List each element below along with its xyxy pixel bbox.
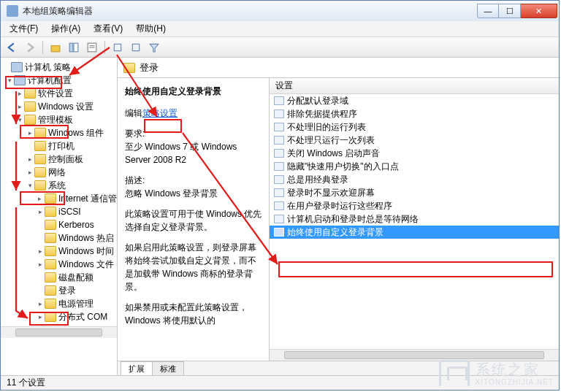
list-item[interactable]: 计算机启动和登录时总是等待网络 [270, 212, 559, 226]
show-tree-button[interactable] [66, 39, 82, 55]
list-item-label: 始终使用自定义登录背景 [287, 226, 383, 239]
policy-icon [274, 109, 284, 118]
list-item-label: 关闭 Windows 启动声音 [287, 147, 380, 160]
list-item[interactable]: 在用户登录时运行这些程序 [270, 199, 559, 212]
menubar: 文件(F) 操作(A) 查看(V) 帮助(H) [1, 21, 559, 37]
app-icon [7, 5, 18, 17]
list-item[interactable]: 总是用经典登录 [270, 173, 559, 186]
settings-list[interactable]: 分配默认登录域排除凭据提供程序不处理旧的运行列表不处理只运行一次列表关闭 Win… [270, 94, 559, 349]
policy-icon [274, 149, 284, 158]
tree-computer-config[interactable]: ▾计算机配置 [2, 74, 117, 87]
list-item-label: 排除凭据提供程序 [287, 108, 357, 120]
list-item-label: 分配默认登录域 [287, 95, 348, 107]
tree-software-settings[interactable]: ▸软件设置 [2, 87, 117, 100]
req-text: 至少 Windows 7 或 Windows Server 2008 R2 [125, 142, 237, 165]
list-item-label: 隐藏"快速用户切换"的入口点 [287, 161, 399, 173]
toolbar [1, 37, 559, 58]
folder-icon [45, 193, 56, 204]
tree-iscsi[interactable]: ▸iSCSI [2, 205, 117, 218]
list-item-label: 不处理只运行一次列表 [287, 134, 375, 147]
list-item[interactable]: 分配默认登录域 [270, 94, 559, 107]
tree-network[interactable]: ▸网络 [2, 166, 117, 179]
list-item[interactable]: 登录时不显示欢迎屏幕 [270, 186, 559, 199]
list-column-header[interactable]: 设置 [270, 78, 559, 94]
forward-button[interactable] [22, 39, 38, 55]
titlebar: 本地组策略编辑器 — ☐ ✕ [1, 1, 559, 21]
svg-rect-0 [51, 45, 60, 51]
tree-admin-templates[interactable]: ▾管理模板 [2, 113, 117, 126]
tree-windows-time[interactable]: ▸Windows 时间 [2, 245, 117, 258]
tree-control-panel[interactable]: ▸控制面板 [2, 153, 117, 166]
filter-funnel-button[interactable] [146, 39, 162, 55]
desc-text4: 如果禁用或未配置此策略设置，Windows 将使用默认的 [125, 301, 263, 327]
tab-extended[interactable]: 扩展 [121, 361, 153, 375]
desc-text3: 如果启用此策略设置，则登录屏幕将始终尝试加载自定义背景，而不是加载带 Windo… [125, 241, 263, 293]
list-item-label: 总是用经典登录 [287, 174, 348, 186]
back-button[interactable] [4, 39, 20, 55]
list-item[interactable]: 不处理只运行一次列表 [270, 134, 559, 147]
list-item-label: 在用户登录时运行这些程序 [287, 200, 392, 212]
tree-windows-components[interactable]: ▸Windows 组件 [2, 126, 117, 139]
tree-windows-file[interactable]: ▸Windows 文件 [2, 258, 117, 271]
minimize-button[interactable]: — [477, 4, 499, 18]
tree-windows-hot[interactable]: Windows 热启 [2, 231, 117, 245]
folder-icon [45, 207, 56, 217]
computer-icon [11, 62, 23, 72]
list-item[interactable]: 排除凭据提供程序 [270, 107, 559, 120]
svg-rect-1 [69, 43, 73, 52]
edit-policy-link[interactable]: 策略设置 [142, 108, 178, 118]
list-item[interactable]: 不处理旧的运行列表 [270, 120, 559, 134]
folder-icon [45, 259, 56, 269]
tree-root[interactable]: 计算机 策略 [2, 61, 117, 74]
list-item[interactable]: 关闭 Windows 启动声音 [270, 147, 559, 160]
folder-icon [45, 299, 56, 309]
tab-standard[interactable]: 标准 [152, 361, 184, 375]
desc-text1: 忽略 Windows 登录背景 [125, 188, 218, 199]
close-button[interactable]: ✕ [521, 4, 557, 18]
folder-icon [123, 63, 135, 73]
menu-view[interactable]: 查看(V) [88, 21, 129, 36]
svg-rect-7 [132, 44, 139, 50]
up-button[interactable] [47, 39, 64, 55]
list-item[interactable]: 隐藏"快速用户切换"的入口点 [270, 160, 559, 173]
folder-icon [34, 128, 46, 138]
list-hscroll[interactable] [270, 349, 559, 361]
list-item[interactable]: 始终使用自定义登录背景 [270, 226, 559, 239]
menu-help[interactable]: 帮助(H) [130, 21, 172, 36]
tree-internet-comm[interactable]: ▸Internet 通信管 [2, 192, 117, 205]
status-text: 11 个设置 [7, 377, 45, 389]
filter1-button[interactable] [110, 39, 126, 55]
description-pane: 始终使用自定义登录背景 编辑策略设置 要求:至少 Windows 7 或 Win… [118, 78, 270, 361]
path-header: 登录 [118, 58, 559, 78]
maximize-button[interactable]: ☐ [499, 4, 521, 18]
tree-windows-settings[interactable]: ▸Windows 设置 [2, 100, 117, 113]
folder-icon [45, 312, 56, 322]
tree-dcom[interactable]: ▸分布式 COM [2, 310, 117, 323]
menu-file[interactable]: 文件(F) [4, 21, 44, 36]
folder-icon [45, 246, 56, 256]
filter2-button[interactable] [128, 39, 144, 55]
list-item-label: 计算机启动和登录时总是等待网络 [287, 213, 419, 226]
folder-icon [45, 272, 56, 283]
desc-text2: 此策略设置可用于使 Windows 优先选择自定义登录背景。 [125, 207, 263, 234]
svg-rect-6 [114, 44, 121, 50]
folder-icon [34, 167, 46, 177]
list-item-label: 登录时不显示欢迎屏幕 [287, 187, 375, 199]
tree-kerberos[interactable]: Kerberos [2, 218, 117, 231]
tree-system[interactable]: ▾系统 [2, 179, 117, 192]
window-title: 本地组策略编辑器 [23, 5, 477, 18]
tree-power-mgmt[interactable]: ▸电源管理 [2, 297, 117, 310]
properties-button[interactable] [84, 39, 100, 55]
edit-label: 编辑 [125, 108, 142, 118]
tree-hscroll[interactable] [1, 326, 117, 338]
desc-label: 描述: [125, 175, 145, 185]
policy-icon [274, 215, 284, 223]
tree-pane[interactable]: 计算机 策略 ▾计算机配置 ▸软件设置 ▸Windows 设置 ▾管理模板 ▸W… [1, 58, 118, 375]
folder-icon [34, 141, 46, 151]
folder-icon [24, 101, 36, 112]
tree-printers[interactable]: 打印机 [2, 139, 117, 153]
tree-disk-quota[interactable]: 磁盘配额 [2, 271, 117, 284]
tree-logon[interactable]: 登录 [2, 284, 117, 297]
policy-icon [274, 201, 284, 210]
menu-action[interactable]: 操作(A) [45, 21, 86, 36]
